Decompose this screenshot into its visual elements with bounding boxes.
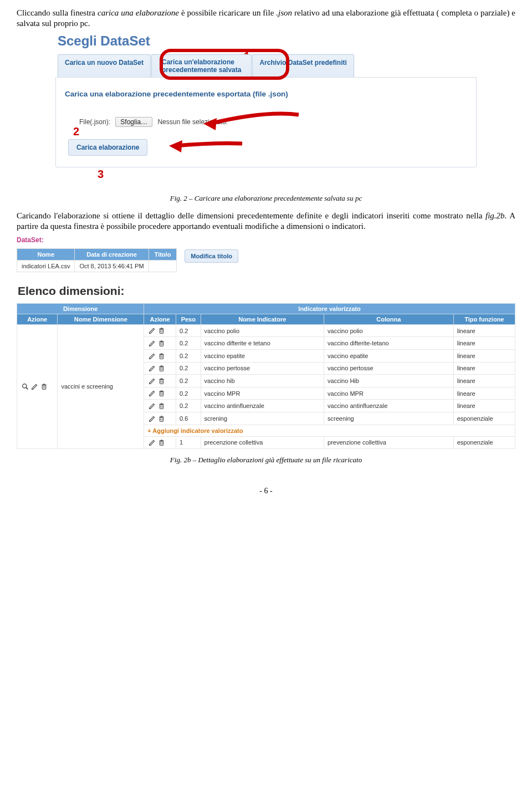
dim-name-cell: vaccini e screening xyxy=(58,324,144,448)
annotation-2: 2 xyxy=(73,125,79,138)
mid-paragraph: Caricando l'elaborazione si ottiene il d… xyxy=(17,211,515,232)
th-az1: Azione xyxy=(17,314,58,324)
th-indicatore: Indicatore valorizzato xyxy=(144,303,515,314)
pencil-icon[interactable] xyxy=(149,415,156,422)
pencil-icon[interactable] xyxy=(31,383,38,390)
trash-icon[interactable] xyxy=(158,353,165,360)
action-cell xyxy=(144,400,176,412)
trash-icon[interactable] xyxy=(158,365,165,372)
peso-cell: 0.2 xyxy=(176,349,201,362)
modify-title-button[interactable]: Modifica titolo xyxy=(185,249,238,263)
colonna-cell: vaccino difterite-tetano xyxy=(324,337,454,350)
tipo-funzione-cell: lineare xyxy=(453,324,515,337)
peso-cell: 0.2 xyxy=(176,387,201,400)
colonna-cell: vaccino antinfluenzale xyxy=(324,400,454,412)
table-row: vaccini e screening0.2vaccino poliovacci… xyxy=(17,324,515,337)
nome-indicatore-cell: vaccino difterite e tetano xyxy=(201,337,324,350)
action-cell xyxy=(144,349,176,362)
nome-indicatore-cell: vaccino epatite xyxy=(201,349,324,362)
peso-cell: 0.2 xyxy=(176,400,201,412)
colonna-cell: screening xyxy=(324,412,454,425)
colonna-cell: prevenzione collettiva xyxy=(324,436,454,449)
intro-2: è possibile ricaricare un file xyxy=(179,8,276,17)
dimensions-table: Dimensione Indicatore valorizzato Azione… xyxy=(17,303,515,449)
file-label: File(.json): xyxy=(79,118,110,126)
dataset-heading: Scegli DataSet xyxy=(58,33,477,49)
tipo-funzione-cell: esponenziale xyxy=(453,412,515,425)
search-icon[interactable] xyxy=(22,383,29,390)
th-az2: Azione xyxy=(144,314,176,324)
mini-th-titolo: Titolo xyxy=(149,248,177,260)
trash-icon[interactable] xyxy=(158,327,165,334)
dim-action-cell xyxy=(17,324,58,448)
colonna-cell: vaccino epatite xyxy=(324,349,454,362)
svg-marker-1 xyxy=(169,140,182,152)
action-cell xyxy=(144,436,176,449)
no-file-text: Nessun file selezionato. xyxy=(157,118,228,126)
trash-icon[interactable] xyxy=(158,402,165,410)
browse-button[interactable]: Sfoglia… xyxy=(115,117,152,127)
action-cell xyxy=(144,375,176,387)
screenshot-dataset-upload: Scegli DataSet 1 Carica un nuovo DataSet… xyxy=(55,33,477,168)
peso-cell: 0.2 xyxy=(176,362,201,375)
trash-icon[interactable] xyxy=(158,340,165,347)
mini-th-data: Data di creazione xyxy=(75,248,149,260)
file-input-row: File(.json): Sfoglia… Nessun file selezi… xyxy=(79,117,467,127)
pencil-icon[interactable] xyxy=(149,390,156,397)
load-elaboration-button[interactable]: Carica elaborazione xyxy=(68,139,147,156)
pencil-icon[interactable] xyxy=(149,340,156,347)
colonna-cell: vaccino polio xyxy=(324,324,454,337)
tipo-funzione-cell: lineare xyxy=(453,400,515,412)
intro-paragraph: Cliccando sulla finestra carica una elab… xyxy=(17,8,515,29)
dataset-info-table: Nome Data di creazione Titolo indicatori… xyxy=(17,248,177,272)
pencil-icon[interactable] xyxy=(149,439,156,446)
tab-archive-predef[interactable]: Archivio DataSet predefiniti xyxy=(252,54,354,78)
th-dimensione: Dimensione xyxy=(17,303,144,314)
mini-th-nome: Nome xyxy=(17,248,75,260)
nome-indicatore-cell: vaccino MPR xyxy=(201,387,324,400)
colonna-cell: vaccino pertosse xyxy=(324,362,454,375)
tipo-funzione-cell: lineare xyxy=(453,349,515,362)
nome-indicatore-cell: vaccino hib xyxy=(201,375,324,387)
intro-italic-1: carica una elaborazione xyxy=(98,8,179,17)
figure-2b-caption: Fig. 2b – Dettaglio elaborazioni già eff… xyxy=(17,456,515,465)
tipo-funzione-cell: lineare xyxy=(453,387,515,400)
annotation-arrow-2 xyxy=(165,136,248,158)
mini-nome: indicatori LEA.csv xyxy=(17,260,75,272)
action-cell xyxy=(144,387,176,400)
figure-2-caption: Fig. 2 – Caricare una elaborazione prece… xyxy=(17,194,515,203)
nome-indicatore-cell: screning xyxy=(201,412,324,425)
pencil-icon[interactable] xyxy=(149,365,156,372)
tab-panel: Carica una elaborazione precedentemente … xyxy=(55,77,477,167)
action-cell xyxy=(144,412,176,425)
action-cell xyxy=(144,324,176,337)
screenshot-dataset-detail: DataSet: Nome Data di creazione Titolo i… xyxy=(17,236,515,449)
pencil-icon[interactable] xyxy=(149,377,156,385)
tipo-funzione-cell: esponenziale xyxy=(453,436,515,449)
nome-indicatore-cell: precenzione collettiva xyxy=(201,436,324,449)
pencil-icon[interactable] xyxy=(149,327,156,334)
mid-1: Caricando l'elaborazione si ottiene il d… xyxy=(17,211,485,220)
colonna-cell: vaccino MPR xyxy=(324,387,454,400)
tab-new-dataset[interactable]: Carica un nuovo DataSet xyxy=(58,54,151,78)
trash-icon[interactable] xyxy=(158,377,165,385)
annotation-3: 3 xyxy=(98,168,104,181)
th-col: Colonna xyxy=(324,314,454,324)
nome-indicatore-cell: vaccino antinfluenzale xyxy=(201,400,324,412)
trash-icon[interactable] xyxy=(158,439,165,446)
add-indicator-text[interactable]: + Aggiungi indicatore valorizzato xyxy=(144,425,515,436)
tab-load-elaboration[interactable]: Carica un'elaborazione precedentemente s… xyxy=(151,54,252,78)
trash-icon[interactable] xyxy=(158,390,165,397)
tab2-line1: Carica un'elaborazione xyxy=(162,58,241,66)
pencil-icon[interactable] xyxy=(149,353,156,360)
peso-cell: 1 xyxy=(176,436,201,449)
tipo-funzione-cell: lineare xyxy=(453,375,515,387)
th-ni: Nome Indicatore xyxy=(201,314,324,324)
pencil-icon[interactable] xyxy=(149,402,156,410)
th-nd: Nome Dimensione xyxy=(58,314,144,324)
mid-i1: fig.2b xyxy=(485,211,505,220)
trash-icon[interactable] xyxy=(40,383,48,390)
trash-icon[interactable] xyxy=(158,415,165,422)
page-number: - 6 - xyxy=(17,487,515,496)
intro-1: Cliccando sulla finestra xyxy=(17,8,98,17)
